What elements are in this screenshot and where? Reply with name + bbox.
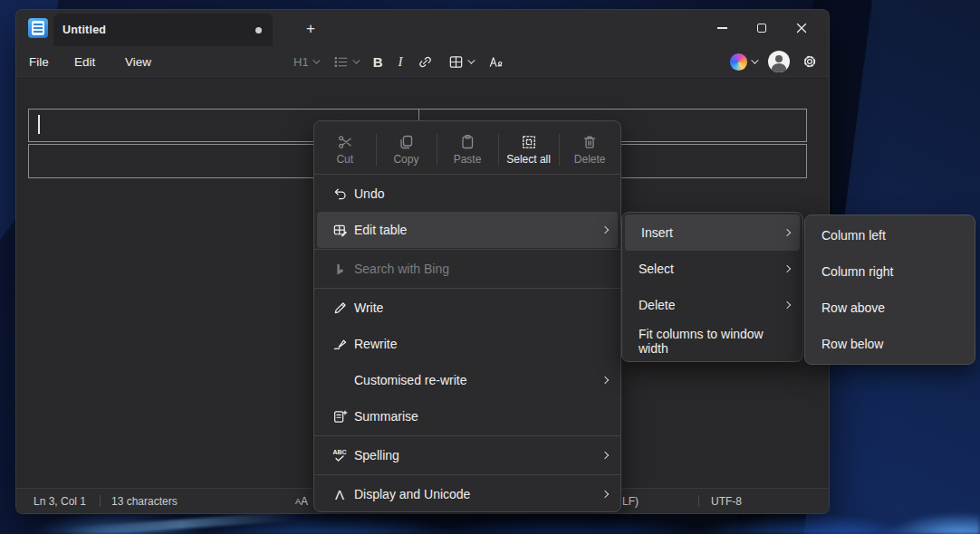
spellcheck-button[interactable] xyxy=(488,54,504,70)
menu-file[interactable]: File xyxy=(24,46,54,77)
submenu-item-column-left[interactable]: Column left xyxy=(805,217,975,253)
bing-icon xyxy=(331,262,349,276)
select-all-button[interactable]: Select all xyxy=(498,127,560,173)
paste-button[interactable]: Paste xyxy=(437,127,498,173)
menu-item-label: Select xyxy=(639,262,777,276)
encoding: UTF-8 xyxy=(711,489,742,513)
text-cursor xyxy=(38,115,40,134)
edit-table-icon xyxy=(331,223,349,238)
status-divider xyxy=(698,495,699,507)
unsaved-indicator-icon xyxy=(255,27,262,33)
spellcheck-icon xyxy=(488,54,504,70)
character-count: 13 characters xyxy=(111,489,178,513)
rewrite-icon xyxy=(331,337,349,352)
menu-item-label: Rewrite xyxy=(354,337,608,351)
submenu-item-delete[interactable]: Delete xyxy=(622,287,802,323)
tab-untitled[interactable]: Untitled xyxy=(53,14,273,46)
menu-item-undo[interactable]: Undo xyxy=(314,176,620,212)
menu-item-customised-rewrite[interactable]: Customised re-write xyxy=(314,362,620,398)
submenu-item-row-below[interactable]: Row below xyxy=(805,326,975,362)
submenu-chevron-icon xyxy=(601,377,609,384)
cut-label: Cut xyxy=(336,153,353,166)
menu-separator xyxy=(314,435,620,436)
menu-item-edit-table[interactable]: Edit table xyxy=(317,212,618,248)
copy-icon xyxy=(398,134,414,150)
copilot-dropdown[interactable] xyxy=(730,53,756,71)
paste-icon xyxy=(459,134,476,150)
close-icon xyxy=(796,23,807,33)
display-unicode-icon: Λ xyxy=(331,487,349,502)
new-tab-button[interactable]: + xyxy=(299,17,322,41)
window-controls xyxy=(702,14,821,42)
cursor-position: Ln 3, Col 1 xyxy=(34,489,86,513)
menu-item-label: Row above xyxy=(821,300,962,315)
menu-edit[interactable]: Edit xyxy=(69,46,101,77)
submenu-item-fit-columns[interactable]: Fit columns to window width xyxy=(622,323,802,359)
list-icon xyxy=(333,54,349,70)
minimize-button[interactable] xyxy=(702,14,742,42)
menu-item-display-and-unicode[interactable]: Λ Display and Unicode xyxy=(314,476,620,512)
select-all-icon xyxy=(521,134,537,150)
submenu-item-row-above[interactable]: Row above xyxy=(805,290,975,326)
italic-button[interactable]: I xyxy=(398,54,402,70)
menu-separator xyxy=(314,174,620,175)
menu-item-summarise[interactable]: Summarise xyxy=(314,398,620,434)
menu-separator xyxy=(314,249,620,250)
line-ending-partial: LF) xyxy=(622,489,639,513)
account-button[interactable] xyxy=(768,51,790,72)
close-button[interactable] xyxy=(782,14,821,42)
submenu-chevron-icon xyxy=(601,226,609,234)
settings-gear-icon xyxy=(802,53,818,70)
summarise-icon xyxy=(331,409,349,424)
submenu-item-select[interactable]: Select xyxy=(622,251,802,287)
menu-item-spelling[interactable]: ABC Spelling xyxy=(314,437,620,473)
minimize-icon xyxy=(717,27,727,28)
cut-button[interactable]: Cut xyxy=(314,127,376,173)
menu-item-rewrite[interactable]: Rewrite xyxy=(314,326,620,362)
chevron-down-icon xyxy=(352,56,360,63)
menu-item-label: Delete xyxy=(639,298,777,312)
menu-view[interactable]: View xyxy=(120,46,157,77)
submenu-chevron-icon xyxy=(601,452,609,459)
submenu-chevron-icon xyxy=(783,229,791,236)
clipboard-action-row: Cut Copy Paste Select all xyxy=(314,121,620,173)
menu-item-label: Customised re-write xyxy=(354,373,595,387)
submenu-item-column-right[interactable]: Column right xyxy=(805,253,975,290)
bold-button[interactable]: B xyxy=(373,54,383,70)
menu-item-label: Write xyxy=(354,300,608,315)
delete-button[interactable]: Delete xyxy=(559,127,620,173)
submenu-chevron-icon xyxy=(601,491,609,498)
menu-item-label: Insert xyxy=(641,225,777,240)
desktop: Untitled + File Edit View H1 xyxy=(0,0,980,534)
notepad-app-icon xyxy=(28,18,48,38)
menu-item-label: Spelling xyxy=(354,448,595,462)
list-dropdown[interactable] xyxy=(333,54,358,70)
table-dropdown[interactable] xyxy=(448,54,473,70)
copy-button[interactable]: Copy xyxy=(376,127,437,173)
menu-item-label: Summarise xyxy=(354,409,608,424)
maximize-icon xyxy=(757,24,766,33)
maximize-button[interactable] xyxy=(742,14,782,42)
menu-item-label: Undo xyxy=(354,186,608,201)
submenu-item-insert[interactable]: Insert xyxy=(625,215,800,251)
link-icon xyxy=(418,54,433,70)
copy-label: Copy xyxy=(393,153,418,166)
link-button[interactable] xyxy=(418,54,433,70)
undo-icon xyxy=(331,186,349,202)
edit-table-submenu: Insert Select Delete Fit columns to wind… xyxy=(621,212,803,362)
right-toolbar xyxy=(730,46,818,77)
menu-toolbar-row: File Edit View H1 B I xyxy=(16,46,829,77)
heading-style-dropdown[interactable]: H1 xyxy=(293,55,318,69)
settings-button[interactable] xyxy=(802,53,818,70)
menu-separator xyxy=(314,288,620,289)
menu-item-search-with-bing[interactable]: Search with Bing xyxy=(314,251,620,287)
submenu-chevron-icon xyxy=(783,265,791,272)
status-divider xyxy=(100,495,101,507)
menu-item-write[interactable]: Write xyxy=(314,290,620,326)
table-icon xyxy=(448,54,464,70)
tab-bar: Untitled + xyxy=(16,10,829,46)
menu-item-label: Fit columns to window width xyxy=(639,327,790,356)
chevron-down-icon xyxy=(468,56,476,63)
menu-separator xyxy=(314,474,620,475)
bold-icon: B xyxy=(373,54,383,70)
